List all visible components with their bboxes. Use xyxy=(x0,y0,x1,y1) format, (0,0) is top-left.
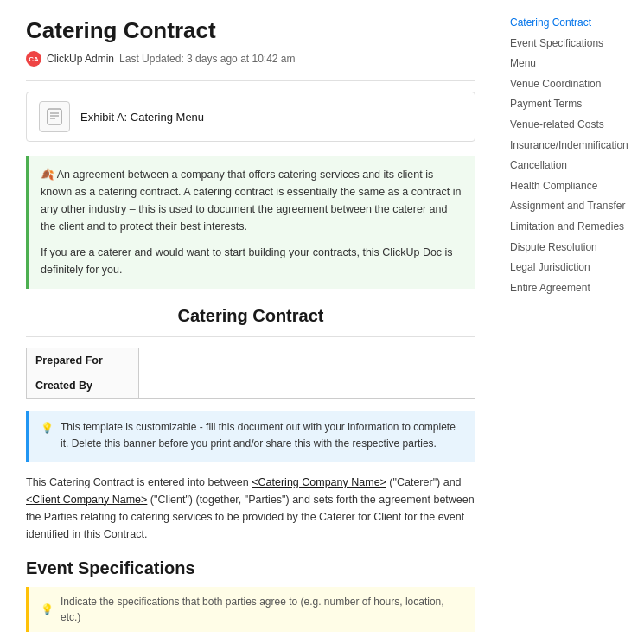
svg-rect-0 xyxy=(48,109,61,124)
table-label-created: Created By xyxy=(27,373,139,399)
info-table: Prepared For Created By xyxy=(26,348,475,399)
table-value-prepared[interactable] xyxy=(139,348,475,373)
callout-green-line1: 🍂 An agreement between a company that of… xyxy=(41,166,463,235)
sidebar-item-assignment-and-transfer[interactable]: Assignment and Transfer xyxy=(510,196,631,217)
exhibit-label: Exhibit A: Catering Menu xyxy=(80,111,204,124)
sidebar: Catering ContractEvent SpecificationsMen… xyxy=(501,0,644,644)
sidebar-item-limitation-and-remedies[interactable]: Limitation and Remedies xyxy=(510,217,631,238)
sidebar-item-payment-terms[interactable]: Payment Terms xyxy=(510,94,631,115)
sidebar-item-event-specifications[interactable]: Event Specifications xyxy=(510,34,631,54)
client-company-link[interactable]: <Client Company Name> xyxy=(26,494,147,506)
table-value-created[interactable] xyxy=(139,373,475,399)
sidebar-item-catering-contract[interactable]: Catering Contract xyxy=(510,13,631,34)
divider-section xyxy=(26,336,475,337)
table-label-prepared: Prepared For xyxy=(27,348,139,373)
author-name[interactable]: ClickUp Admin xyxy=(47,53,114,65)
table-row: Prepared For xyxy=(27,348,475,373)
last-updated: Last Updated: 3 days ago at 10:42 am xyxy=(119,53,295,65)
sidebar-item-venue-coordination[interactable]: Venue Coordination xyxy=(510,74,631,95)
sidebar-item-menu[interactable]: Menu xyxy=(510,54,631,74)
meta-row: CA ClickUp Admin Last Updated: 3 days ag… xyxy=(26,51,475,67)
sidebar-item-health-compliance[interactable]: Health Compliance xyxy=(510,176,631,197)
table-row: Created By xyxy=(27,373,475,399)
event-spec-title: Event Specifications xyxy=(26,558,475,578)
callout-blue: 💡 This template is customizable - fill t… xyxy=(26,411,475,461)
contract-body-text: This Catering Contract is entered into b… xyxy=(26,474,475,543)
callout-blue-text: This template is customizable - fill thi… xyxy=(61,419,463,452)
sidebar-item-cancellation[interactable]: Cancellation xyxy=(510,156,631,176)
sidebar-item-venue-related-costs[interactable]: Venue-related Costs xyxy=(510,115,631,136)
sidebar-item-dispute-resolution[interactable]: Dispute Resolution xyxy=(510,238,631,258)
page-title: Catering Contract xyxy=(26,17,475,44)
sidebar-item-legal-jurisdiction[interactable]: Legal Jurisdiction xyxy=(510,258,631,278)
divider-top xyxy=(26,80,475,81)
exhibit-box[interactable]: Exhibit A: Catering Menu xyxy=(26,92,475,142)
callout-yellow: 💡 Indicate the specifications that both … xyxy=(26,587,475,632)
catering-company-link[interactable]: <Catering Company Name> xyxy=(252,476,386,488)
sidebar-item-entire-agreement[interactable]: Entire Agreement xyxy=(510,278,631,299)
bottom-body-text: For the following event ("Event"), the c… xyxy=(26,641,475,644)
exhibit-icon xyxy=(39,101,70,132)
callout-green-line2: If you are a caterer and would want to s… xyxy=(41,244,463,278)
callout-green: 🍂 An agreement between a company that of… xyxy=(26,156,475,289)
main-content: Catering Contract CA ClickUp Admin Last … xyxy=(0,0,501,644)
contract-section-title: Catering Contract xyxy=(26,306,475,326)
avatar: CA xyxy=(26,51,41,67)
lightbulb-yellow-icon: 💡 xyxy=(41,602,54,617)
callout-yellow-text: Indicate the specifications that both pa… xyxy=(61,594,463,625)
lightbulb-icon: 💡 xyxy=(41,420,54,437)
sidebar-item-insuranceindemnification[interactable]: Insurance/Indemnification xyxy=(510,136,631,156)
